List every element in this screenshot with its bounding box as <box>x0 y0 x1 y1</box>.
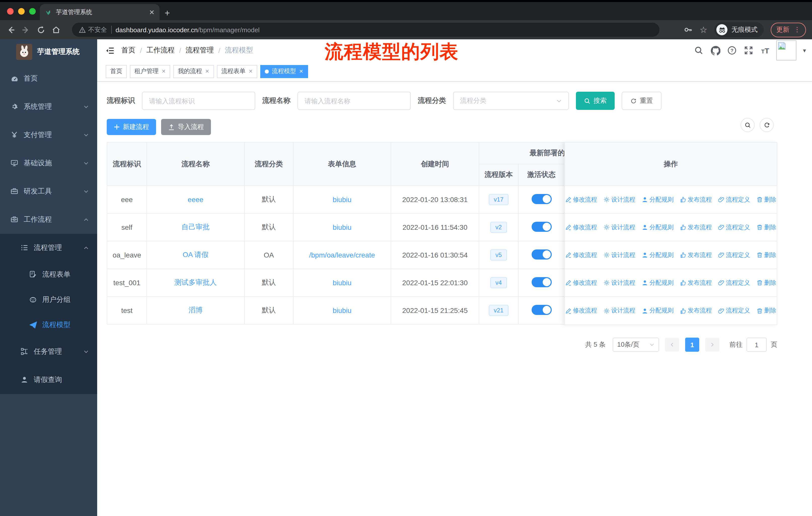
sidebar-item-工作流程[interactable]: 工作流程 <box>0 206 97 234</box>
action-流程定义[interactable]: 流程定义 <box>718 251 750 259</box>
action-设计流程[interactable]: 设计流程 <box>604 306 635 315</box>
action-设计流程[interactable]: 设计流程 <box>604 278 635 287</box>
minimize-window-button[interactable] <box>18 8 25 15</box>
browser-tab[interactable]: 芋道管理系统 ✕ <box>40 4 160 20</box>
toggle-search-button[interactable] <box>741 118 755 132</box>
active-toggle[interactable] <box>531 305 551 315</box>
action-设计流程[interactable]: 设计流程 <box>604 223 635 232</box>
forward-icon[interactable] <box>18 25 33 34</box>
sidebar-item-支付管理[interactable]: 支付管理 <box>0 121 97 149</box>
form-info-link[interactable]: /bpm/oa/leave/create <box>309 251 375 259</box>
action-修改流程[interactable]: 修改流程 <box>565 223 597 232</box>
sidebar-item-流程模型[interactable]: 流程模型 <box>0 313 97 337</box>
address-bar[interactable]: 不安全 dashboard.yudao.iocoder.cn/bpm/manag… <box>72 23 660 37</box>
action-分配规则[interactable]: 分配规则 <box>642 278 673 287</box>
avatar-caret-icon[interactable]: ▼ <box>802 48 807 53</box>
action-发布流程[interactable]: 发布流程 <box>680 223 712 232</box>
bookmark-star-icon[interactable]: ☆ <box>700 24 707 35</box>
font-size-icon[interactable]: TT <box>760 46 771 55</box>
active-toggle[interactable] <box>531 249 551 259</box>
action-删除[interactable]: 删除 <box>757 251 776 259</box>
action-修改流程[interactable]: 修改流程 <box>565 278 597 287</box>
process-name-link[interactable]: 自己审批 <box>181 223 210 231</box>
browser-menu-icon[interactable]: ⋮ <box>794 27 801 32</box>
url-text[interactable]: dashboard.yudao.iocoder.cn/bpm/manager/m… <box>116 25 260 34</box>
sidebar-fold-icon[interactable] <box>97 46 121 55</box>
tag-流程表单[interactable]: 流程表单✕ <box>217 65 258 78</box>
home-icon[interactable] <box>48 25 63 34</box>
action-分配规则[interactable]: 分配规则 <box>642 306 673 315</box>
sidebar-item-用户分组[interactable]: 用户分组 <box>0 287 97 313</box>
action-修改流程[interactable]: 修改流程 <box>565 195 597 204</box>
sidebar-item-请假查询[interactable]: 请假查询 <box>0 366 97 394</box>
action-流程定义[interactable]: 流程定义 <box>718 223 750 232</box>
action-分配规则[interactable]: 分配规则 <box>642 195 673 204</box>
tag-close-icon[interactable]: ✕ <box>299 69 303 74</box>
process-name-link[interactable]: eeee <box>188 195 203 203</box>
action-发布流程[interactable]: 发布流程 <box>680 251 712 259</box>
app-logo[interactable]: 芋道管理系统 <box>0 39 97 64</box>
zoom-window-button[interactable] <box>29 8 36 15</box>
active-toggle[interactable] <box>531 194 551 204</box>
tag-我的流程[interactable]: 我的流程✕ <box>173 65 214 78</box>
new-tab-button[interactable]: + <box>165 8 170 18</box>
current-page-button[interactable]: 1 <box>685 337 699 352</box>
action-分配规则[interactable]: 分配规则 <box>642 251 673 259</box>
tag-租户管理[interactable]: 租户管理✕ <box>130 65 170 78</box>
tag-首页[interactable]: 首页 <box>106 65 127 78</box>
search-button[interactable]: 搜索 <box>576 92 615 110</box>
form-info-link[interactable]: biubiu <box>333 306 352 315</box>
form-info-link[interactable]: biubiu <box>333 279 352 287</box>
process-name-link[interactable]: 测试多审批人 <box>174 278 217 286</box>
page-size-select[interactable]: 10条/页 <box>613 337 659 352</box>
tag-close-icon[interactable]: ✕ <box>249 69 253 74</box>
action-删除[interactable]: 删除 <box>757 195 776 204</box>
action-分配规则[interactable]: 分配规则 <box>642 223 673 232</box>
sidebar-item-系统管理[interactable]: 系统管理 <box>0 93 97 121</box>
import-process-button[interactable]: 导入流程 <box>161 119 211 135</box>
reset-button[interactable]: 重置 <box>622 92 662 110</box>
filter-key-input[interactable] <box>142 92 255 110</box>
fullscreen-icon[interactable] <box>743 46 754 55</box>
action-发布流程[interactable]: 发布流程 <box>680 306 712 315</box>
action-删除[interactable]: 删除 <box>757 223 776 232</box>
form-info-link[interactable]: biubiu <box>333 223 352 231</box>
update-chip[interactable]: 更新 ⋮ <box>771 22 806 37</box>
tag-close-icon[interactable]: ✕ <box>162 69 166 74</box>
action-修改流程[interactable]: 修改流程 <box>565 251 597 259</box>
avatar[interactable] <box>776 40 796 60</box>
breadcrumb-process-manage[interactable]: 流程管理 <box>186 46 214 55</box>
create-process-button[interactable]: 新建流程 <box>107 119 156 135</box>
action-删除[interactable]: 删除 <box>757 278 776 287</box>
goto-page-input[interactable] <box>747 337 767 352</box>
reload-icon[interactable] <box>33 25 48 34</box>
update-label[interactable]: 更新 <box>776 25 789 34</box>
active-toggle[interactable] <box>531 277 551 287</box>
help-icon[interactable]: ? <box>726 46 737 55</box>
sidebar-item-首页[interactable]: 首页 <box>0 64 97 93</box>
active-toggle[interactable] <box>531 221 551 232</box>
filter-category-select[interactable]: 流程分类 <box>453 92 569 110</box>
breadcrumb-workflow[interactable]: 工作流程 <box>146 46 175 55</box>
action-删除[interactable]: 删除 <box>757 306 776 315</box>
refresh-table-button[interactable] <box>760 118 774 132</box>
process-name-link[interactable]: OA 请假 <box>183 250 209 259</box>
close-window-button[interactable] <box>7 8 13 15</box>
tag-close-icon[interactable]: ✕ <box>205 69 209 74</box>
filter-name-input[interactable] <box>297 92 411 110</box>
sidebar-item-流程表单[interactable]: 流程表单 <box>0 262 97 287</box>
tag-流程模型[interactable]: 流程模型✕ <box>260 65 308 78</box>
next-page-button[interactable] <box>705 337 719 352</box>
action-修改流程[interactable]: 修改流程 <box>565 306 597 315</box>
action-流程定义[interactable]: 流程定义 <box>718 195 750 204</box>
breadcrumb-home[interactable]: 首页 <box>121 46 136 55</box>
key-icon[interactable] <box>684 25 693 34</box>
tab-close-icon[interactable]: ✕ <box>149 8 154 16</box>
window-controls[interactable] <box>7 8 36 15</box>
back-icon[interactable] <box>3 25 18 34</box>
security-warning[interactable]: 不安全 <box>79 25 107 34</box>
action-发布流程[interactable]: 发布流程 <box>680 195 712 204</box>
sidebar-item-任务管理[interactable]: 任务管理 <box>0 337 97 366</box>
action-设计流程[interactable]: 设计流程 <box>604 251 635 259</box>
process-name-link[interactable]: 滔博 <box>188 306 203 314</box>
